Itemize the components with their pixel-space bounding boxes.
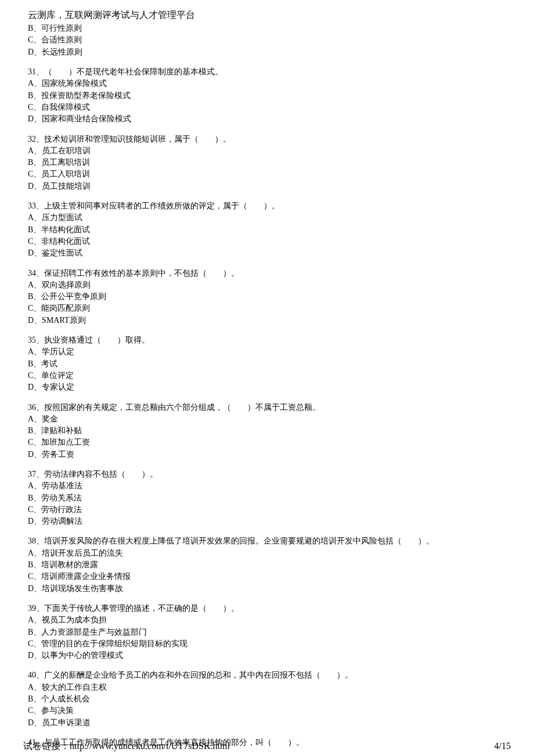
option-text: D、SMART原则 (28, 315, 506, 326)
question-text: 37、劳动法律内容不包括（ ）。 (28, 469, 506, 480)
question-text: 35、执业资格通过（ ）取得。 (28, 334, 506, 346)
page-footer: 试卷链接：http://www.yunceku.com/t/UT7sDSK.ht… (0, 739, 534, 753)
page-number: 4/15 (495, 739, 511, 753)
option-text: B、培训教材的泄露 (28, 559, 506, 571)
question-text: 34、保证招聘工作有效性的基本原则中，不包括（ ）。 (28, 268, 506, 279)
question-38: 38、培训开发风险的存在很大程度上降低了培训开发效果的回报。企业需要规避的培训开… (28, 535, 506, 594)
option-text: C、合适性原则 (28, 34, 506, 46)
question-34: 34、保证招聘工作有效性的基本原则中，不包括（ ）。 A、双向选择原则 B、公开… (28, 268, 506, 326)
question-text: 32、技术短训班和管理知识技能短训班，属于（ ）。 (28, 134, 506, 145)
question-text: 39、下面关于传统人事管理的描述，不正确的是（ ）。 (28, 603, 506, 614)
option-text: D、员工申诉渠道 (28, 717, 506, 729)
option-text: C、自我保障模式 (28, 102, 506, 113)
page-content: 云测库，互联网测评考试与人才管理平台 B、可行性原则 C、合适性原则 D、长远性… (0, 0, 534, 756)
option-text: B、可行性原则 (28, 23, 506, 34)
option-text: C、员工入职培训 (28, 168, 506, 180)
option-text: D、专家认定 (28, 381, 506, 393)
option-text: B、投保资助型养老保险模式 (28, 90, 506, 102)
option-text: D、长远性原则 (28, 46, 506, 58)
option-text: A、培训开发后员工的流失 (28, 548, 506, 559)
option-text: B、劳动关系法 (28, 492, 506, 504)
option-text: C、单位评定 (28, 370, 506, 381)
option-text: B、津贴和补贴 (28, 425, 506, 437)
question-text: 33、上级主管和同事对应聘者的工作绩效所做的评定，属于（ ）。 (28, 200, 506, 212)
question-text: 40、广义的薪酬是企业给予员工的内在和外在回报的总和，其中内在回报不包括（ ）。 (28, 669, 506, 681)
option-text: D、劳动调解法 (28, 516, 506, 527)
option-text: A、视员工为成本负担 (28, 614, 506, 626)
option-text: B、公开公平竞争原则 (28, 291, 506, 303)
option-text: C、加班加点工资 (28, 437, 506, 448)
question-31: 31、（ ）不是现代老年社会保障制度的基本模式。 A、国家统筹保险模式 B、投保… (28, 66, 506, 125)
option-text: D、鉴定性面试 (28, 247, 506, 259)
question-text: 38、培训开发风险的存在很大程度上降低了培训开发效果的回报。企业需要规避的培训开… (28, 535, 506, 547)
option-text: A、双向选择原则 (28, 279, 506, 291)
question-36: 36、按照国家的有关规定，工资总额由六个部分组成，（ ）不属于工资总额。 A、奖… (28, 402, 506, 460)
question-text: 31、（ ）不是现代老年社会保障制度的基本模式。 (28, 66, 506, 78)
question-text: 36、按照国家的有关规定，工资总额由六个部分组成，（ ）不属于工资总额。 (28, 402, 506, 413)
footer-link: 试卷链接：http://www.yunceku.com/t/UT7sDSK.ht… (23, 739, 230, 753)
question-33: 33、上级主管和同事对应聘者的工作绩效所做的评定，属于（ ）。 A、压力型面试 … (28, 200, 506, 259)
option-text: C、非结构化面试 (28, 236, 506, 247)
option-text: D、员工技能培训 (28, 181, 506, 192)
option-text: A、奖金 (28, 413, 506, 425)
question-39: 39、下面关于传统人事管理的描述，不正确的是（ ）。 A、视员工为成本负担 B、… (28, 603, 506, 661)
option-text: A、学历认定 (28, 346, 506, 358)
option-text: D、以事为中心的管理模式 (28, 650, 506, 661)
option-text: A、国家统筹保险模式 (28, 78, 506, 89)
page-header: 云测库，互联网测评考试与人才管理平台 (28, 8, 506, 21)
question-35: 35、执业资格通过（ ）取得。 A、学历认定 B、考试 C、单位评定 D、专家认… (28, 334, 506, 393)
option-text: D、劳务工资 (28, 449, 506, 460)
question-32: 32、技术短训班和管理知识技能短训班，属于（ ）。 A、员工在职培训 B、员工离… (28, 134, 506, 192)
option-text: A、劳动基准法 (28, 480, 506, 492)
option-text: C、能岗匹配原则 (28, 303, 506, 314)
option-text: B、半结构化面试 (28, 224, 506, 236)
option-text: B、员工离职培训 (28, 157, 506, 168)
option-text: C、参与决策 (28, 705, 506, 717)
option-text: D、培训现场发生伤害事故 (28, 583, 506, 595)
option-text: A、压力型面试 (28, 212, 506, 224)
question-40: 40、广义的薪酬是企业给予员工的内在和外在回报的总和，其中内在回报不包括（ ）。… (28, 669, 506, 728)
option-text: C、劳动行政法 (28, 504, 506, 516)
option-text: B、个人成长机会 (28, 693, 506, 705)
question-37: 37、劳动法律内容不包括（ ）。 A、劳动基准法 B、劳动关系法 C、劳动行政法… (28, 469, 506, 527)
option-text: C、培训师泄露企业业务情报 (28, 571, 506, 582)
option-text: A、员工在职培训 (28, 145, 506, 157)
orphan-options: B、可行性原则 C、合适性原则 D、长远性原则 (28, 23, 506, 58)
option-text: A、较大的工作自主权 (28, 682, 506, 693)
option-text: B、考试 (28, 358, 506, 370)
option-text: C、管理的目的在于保障组织短期目标的实现 (28, 638, 506, 650)
option-text: B、人力资源部是生产与效益部门 (28, 627, 506, 638)
option-text: D、国家和商业结合保险模式 (28, 113, 506, 125)
